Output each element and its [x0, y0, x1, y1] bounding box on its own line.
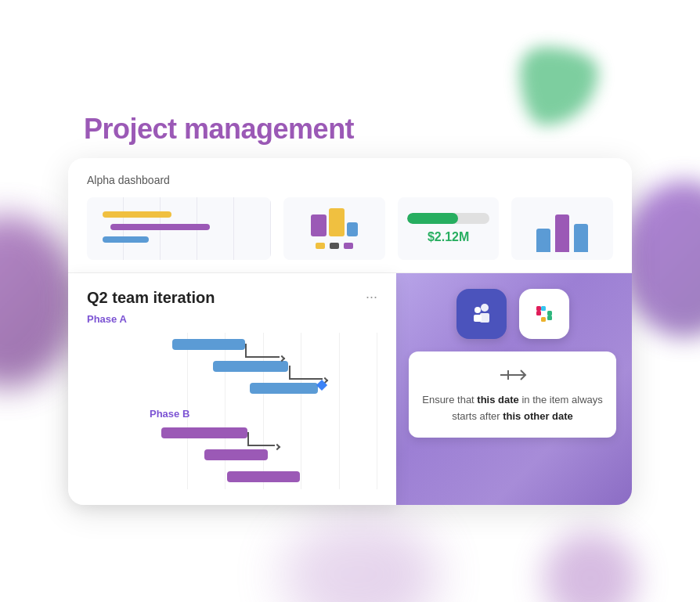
slack-svg-icon: [530, 300, 558, 328]
svg-point-2: [474, 307, 481, 313]
bg-decoration-3: [543, 532, 637, 602]
gantt-row-b2: [87, 446, 377, 463]
bar-chart: [511, 197, 613, 260]
svg-point-0: [481, 304, 489, 312]
battery-dots: [316, 243, 353, 249]
slack-app-icon[interactable]: [519, 289, 569, 339]
gantt-row-a3: [87, 380, 377, 397]
money-value: $2.12M: [428, 230, 469, 244]
teams-svg-icon: [467, 300, 496, 328]
phase-a-label: Phase A: [87, 313, 377, 325]
teams-app-icon[interactable]: [456, 289, 507, 339]
constraint-text: Ensure that this date in the item always…: [421, 392, 604, 425]
card-menu-button[interactable]: ···: [366, 289, 377, 305]
constraint-arrow-icon: [421, 364, 604, 386]
card-header: Q2 team iteration ···: [87, 289, 377, 307]
svg-rect-3: [474, 315, 482, 322]
gantt-row-a1: [87, 336, 377, 353]
bar-item-3: [574, 224, 588, 252]
bar-item-2: [555, 214, 569, 252]
bar-item-1: [536, 229, 550, 252]
svg-rect-8: [536, 306, 541, 311]
page-title: Project management: [68, 113, 632, 146]
money-chart: $2.12M: [398, 197, 500, 260]
gantt-row-a2: [87, 358, 377, 375]
svg-rect-9: [547, 315, 552, 320]
svg-rect-6: [547, 311, 552, 315]
bottom-section: Q2 team iteration ··· Phase A: [68, 273, 632, 505]
svg-rect-7: [541, 317, 546, 322]
battery-chart: [283, 197, 385, 260]
svg-rect-4: [536, 311, 541, 315]
iteration-title: Q2 team iteration: [87, 289, 215, 307]
phase-b-label: Phase B: [87, 408, 377, 420]
bg-decoration-1: [0, 215, 78, 388]
scene: Project management Alpha dashboard: [0, 0, 700, 602]
money-progress-bar: [407, 213, 490, 224]
gantt-row-b3: [87, 468, 377, 485]
gantt-chart-area: Phase B: [87, 333, 377, 489]
gantt-rows: Phase B: [87, 333, 377, 485]
alpha-dashboard-section: Alpha dashboard: [68, 158, 632, 273]
main-container: Project management Alpha dashboard: [68, 113, 632, 505]
main-card: Alpha dashboard: [68, 158, 632, 505]
right-panel: Ensure that this date in the item always…: [396, 273, 632, 505]
mini-gantt-chart: [87, 197, 271, 260]
iteration-card: Q2 team iteration ··· Phase A: [68, 273, 396, 505]
gantt-bars: [96, 205, 262, 249]
date-constraint-card: Ensure that this date in the item always…: [409, 351, 616, 438]
gantt-row-b1: [87, 424, 377, 442]
bg-decoration-2: [622, 181, 700, 337]
app-icons-row: [409, 289, 616, 339]
dashboard-charts: $2.12M: [87, 197, 613, 260]
battery-bars: [311, 208, 358, 236]
dashboard-title: Alpha dashboard: [87, 174, 613, 186]
svg-rect-5: [541, 306, 546, 311]
bg-decoration-4: [280, 516, 437, 602]
